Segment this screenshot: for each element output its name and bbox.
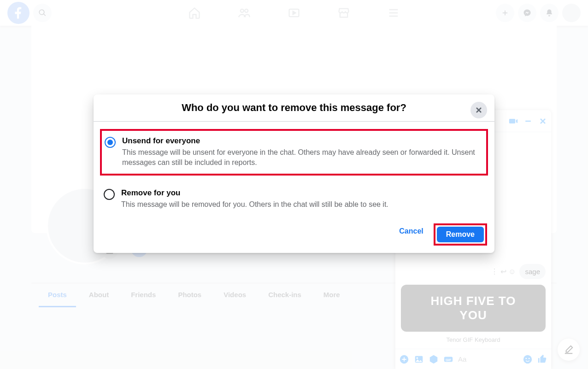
option-remove-for-you[interactable]: Remove for you This message will be remo…	[101, 183, 487, 215]
radio-unsend-everyone[interactable]	[105, 137, 116, 148]
option1-label: Unsend for everyone	[122, 136, 483, 146]
option-unsend-everyone[interactable]: Unsend for everyone This message will be…	[102, 131, 486, 174]
modal-title: Who do you want to remove this message f…	[121, 102, 467, 114]
remove-button[interactable]: Remove	[437, 227, 484, 242]
remove-message-modal: Who do you want to remove this message f…	[94, 94, 494, 253]
option1-desc: This message will be unsent for everyone…	[122, 147, 483, 168]
cancel-button[interactable]: Cancel	[393, 223, 429, 246]
option2-desc: This message will be removed for you. Ot…	[121, 199, 388, 210]
option2-label: Remove for you	[121, 188, 388, 198]
close-button[interactable]	[470, 102, 487, 118]
radio-remove-for-you[interactable]	[104, 189, 115, 200]
